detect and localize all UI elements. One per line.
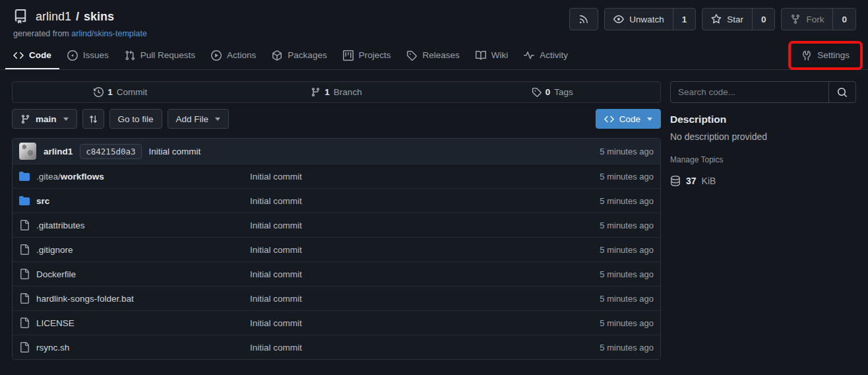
latest-commit-row: arlind1 c84215d0a3 Initial commit 5 minu… xyxy=(13,139,660,164)
repo-action-buttons: Unwatch 1 Star 0 Fork 0 xyxy=(569,8,856,30)
folder-icon xyxy=(19,171,30,182)
commit-message-link[interactable]: Initial commit xyxy=(250,221,302,230)
commit-message-link[interactable]: Initial commit xyxy=(250,343,302,353)
file-link[interactable]: rsync.sh xyxy=(36,343,69,353)
compare-button[interactable] xyxy=(82,109,104,129)
commit-author-link[interactable]: arlind1 xyxy=(44,147,73,156)
unwatch-label: Unwatch xyxy=(629,15,664,24)
repo-name-link[interactable]: skins xyxy=(84,10,114,24)
code-icon xyxy=(604,114,614,124)
file-time: 5 minutes ago xyxy=(555,294,654,304)
repo-size-value: 37 xyxy=(686,176,697,186)
avatar[interactable] xyxy=(19,143,36,160)
book-icon xyxy=(476,50,486,61)
tab-label: Actions xyxy=(227,50,256,60)
git-pull-request-icon xyxy=(125,50,135,61)
file-icon xyxy=(19,342,30,353)
commit-message-link[interactable]: Initial commit xyxy=(250,196,302,206)
file-link[interactable]: .gitattributes xyxy=(36,221,85,230)
fork-button-group: Fork 0 xyxy=(781,8,856,30)
search-input[interactable] xyxy=(671,82,828,102)
file-link[interactable]: .gitignore xyxy=(36,245,73,255)
tab-label: Projects xyxy=(359,50,391,60)
tab-label: Activity xyxy=(540,50,568,60)
forks-count[interactable]: 0 xyxy=(832,9,855,30)
commit-message-link[interactable]: Initial commit xyxy=(250,172,302,182)
tab-actions[interactable]: Actions xyxy=(203,41,264,69)
branch-selector[interactable]: main xyxy=(12,109,77,129)
database-icon xyxy=(670,176,681,186)
tab-issues[interactable]: Issues xyxy=(59,41,117,69)
tab-wiki[interactable]: Wiki xyxy=(468,41,516,69)
commit-message-link[interactable]: Initial commit xyxy=(149,147,201,156)
tab-settings[interactable]: Settings xyxy=(793,44,857,67)
repo-tab-bar: Code Issues Pull Requests Actions Packag… xyxy=(0,41,868,70)
tag-icon xyxy=(406,50,417,61)
code-button-label: Code xyxy=(619,114,640,124)
tab-label: Packages xyxy=(288,50,326,60)
file-icon xyxy=(19,293,30,304)
branches-stat[interactable]: 1 Branch xyxy=(228,82,444,102)
file-time: 5 minutes ago xyxy=(555,196,654,206)
repo-owner-link[interactable]: arlind1 xyxy=(36,10,71,24)
star-button[interactable]: Star xyxy=(702,9,752,30)
go-to-file-button[interactable]: Go to file xyxy=(109,109,162,129)
commit-message-link[interactable]: Initial commit xyxy=(250,318,302,328)
code-clone-button[interactable]: Code xyxy=(596,109,661,129)
repo-stats-bar: 1 Commit 1 Branch 0 Tags xyxy=(12,81,661,103)
tags-stat[interactable]: 0 Tags xyxy=(445,82,660,102)
description-heading: Description xyxy=(670,114,856,125)
package-icon xyxy=(272,50,282,61)
unwatch-button[interactable]: Unwatch xyxy=(605,9,673,30)
repo-main: 1 Commit 1 Branch 0 Tags main xyxy=(0,70,868,360)
play-circle-icon xyxy=(211,50,222,61)
file-link[interactable]: LICENSE xyxy=(36,318,75,328)
commits-label: Commit xyxy=(117,87,148,97)
search-button[interactable] xyxy=(828,82,855,102)
table-row: .gitea/workflows Initial commit 5 minute… xyxy=(13,164,660,188)
title-separator: / xyxy=(76,10,79,24)
tab-projects[interactable]: Projects xyxy=(335,41,399,69)
repo-sidebar: Description No description provided Mana… xyxy=(670,81,856,186)
fork-button[interactable]: Fork xyxy=(782,9,832,30)
commit-message-link[interactable]: Initial commit xyxy=(250,245,302,255)
add-file-button[interactable]: Add File xyxy=(168,109,230,129)
tab-pull-requests[interactable]: Pull Requests xyxy=(117,41,203,69)
file-icon xyxy=(19,220,30,230)
watchers-count[interactable]: 1 xyxy=(673,9,696,30)
rss-button[interactable] xyxy=(569,8,598,30)
commit-time: 5 minutes ago xyxy=(600,147,654,156)
commit-message-link[interactable]: Initial commit xyxy=(250,294,302,304)
template-repo-link[interactable]: arlind/skins-template xyxy=(71,29,147,38)
commits-stat[interactable]: 1 Commit xyxy=(13,82,228,102)
tab-activity[interactable]: Activity xyxy=(516,41,576,69)
stars-count[interactable]: 0 xyxy=(752,9,775,30)
commit-message-link[interactable]: Initial commit xyxy=(250,269,302,279)
commit-hash-badge[interactable]: c84215d0a3 xyxy=(80,144,141,159)
repo-size-unit: KiB xyxy=(702,176,716,186)
tab-releases[interactable]: Releases xyxy=(398,41,467,69)
rss-button-inner[interactable] xyxy=(570,9,598,30)
manage-topics-link[interactable]: Manage Topics xyxy=(670,155,724,164)
file-link[interactable]: src xyxy=(36,196,49,206)
tab-packages[interactable]: Packages xyxy=(264,41,334,69)
commits-count: 1 xyxy=(108,87,113,97)
file-table: arlind1 c84215d0a3 Initial commit 5 minu… xyxy=(12,138,661,360)
file-link[interactable]: .gitea/workflows xyxy=(36,172,104,182)
git-branch-icon xyxy=(20,114,30,124)
generated-from-line: generated from arlind/skins-template xyxy=(13,29,856,38)
file-time: 5 minutes ago xyxy=(555,172,654,182)
tab-label: Wiki xyxy=(491,50,509,60)
tab-code[interactable]: Code xyxy=(5,41,59,69)
table-row: rsync.sh Initial commit 5 minutes ago xyxy=(13,335,660,359)
file-link[interactable]: hardlink-songs-folder.bat xyxy=(36,294,134,304)
eye-icon xyxy=(613,14,624,24)
table-row: src Initial commit 5 minutes ago xyxy=(13,188,660,213)
star-button-group: Star 0 xyxy=(702,8,775,30)
fork-label: Fork xyxy=(806,15,824,24)
file-link[interactable]: Dockerfile xyxy=(36,269,76,279)
file-icon xyxy=(19,269,30,279)
go-to-file-label: Go to file xyxy=(118,114,154,124)
rss-icon xyxy=(578,14,589,24)
current-branch-label: main xyxy=(36,114,57,124)
